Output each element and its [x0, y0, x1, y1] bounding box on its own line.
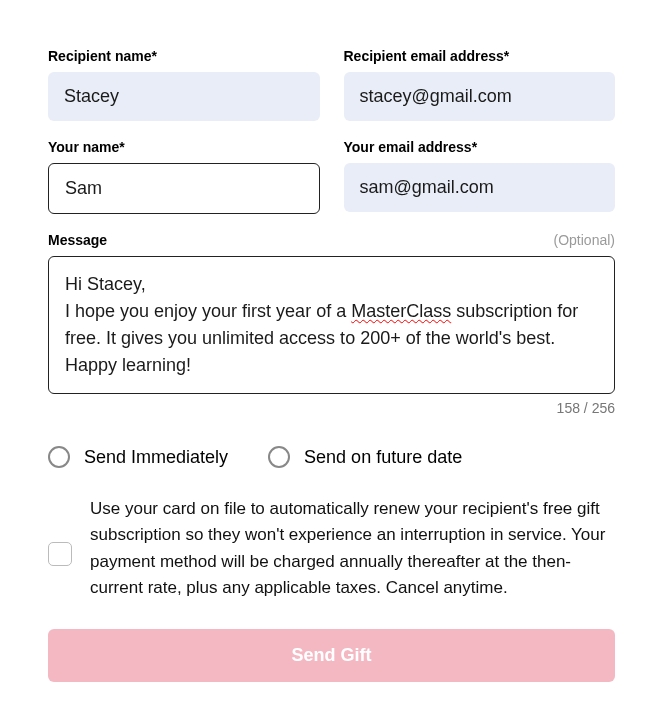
- send-immediately-radio[interactable]: Send Immediately: [48, 446, 228, 468]
- send-future-label: Send on future date: [304, 447, 462, 468]
- recipient-name-input[interactable]: [48, 72, 320, 121]
- radio-icon: [48, 446, 70, 468]
- message-counter: 158 / 256: [48, 400, 615, 416]
- message-label: Message: [48, 232, 107, 248]
- your-name-label: Your name*: [48, 139, 320, 155]
- radio-icon: [268, 446, 290, 468]
- send-immediately-label: Send Immediately: [84, 447, 228, 468]
- send-gift-button[interactable]: Send Gift: [48, 629, 615, 682]
- auto-renew-text: Use your card on file to automatically r…: [90, 496, 615, 601]
- message-optional-tag: (Optional): [554, 232, 615, 248]
- your-email-label: Your email address*: [344, 139, 616, 155]
- your-name-input[interactable]: [48, 163, 320, 214]
- your-email-input[interactable]: [344, 163, 616, 212]
- message-textarea[interactable]: Hi Stacey,I hope you enjoy your first ye…: [48, 256, 615, 394]
- send-future-radio[interactable]: Send on future date: [268, 446, 462, 468]
- recipient-email-label: Recipient email address*: [344, 48, 616, 64]
- recipient-name-label: Recipient name*: [48, 48, 320, 64]
- auto-renew-checkbox[interactable]: [48, 542, 72, 566]
- recipient-email-input[interactable]: [344, 72, 616, 121]
